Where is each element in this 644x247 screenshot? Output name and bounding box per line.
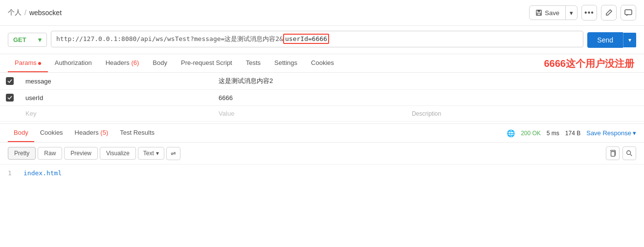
tab-authorization-label: Authorization — [55, 59, 92, 66]
save-button-group: Save ▾ — [529, 5, 577, 20]
send-dropdown-button[interactable]: ▾ — [623, 33, 636, 47]
tab-settings[interactable]: Settings — [267, 54, 304, 72]
format-pretty-button[interactable]: Pretty — [8, 147, 36, 160]
search-icon — [626, 150, 633, 157]
tab-cookies-label: Cookies — [311, 59, 334, 66]
send-chevron-icon: ▾ — [628, 37, 631, 43]
tab-body-label: Body — [153, 59, 167, 66]
format-raw-button[interactable]: Raw — [38, 147, 62, 160]
row1-value[interactable]: 这是测试消息内容2 — [213, 73, 406, 90]
tab-params[interactable]: Params — [8, 54, 48, 72]
tab-tests-label: Tests — [246, 59, 261, 66]
tab-tests[interactable]: Tests — [239, 54, 267, 72]
line-number-1: 1 — [8, 169, 16, 177]
url-display[interactable]: http://127.0.0.1:8080/api/ws/wsTest?mess… — [51, 31, 583, 47]
svg-point-5 — [627, 151, 631, 155]
save-response-chevron: ▾ — [633, 129, 636, 137]
row1-checkbox-cell — [0, 73, 20, 90]
row2-key[interactable]: userId — [20, 90, 213, 106]
response-tabs: Body Cookies Headers (5) Test Results — [8, 124, 160, 142]
tab-body[interactable]: Body — [146, 54, 174, 72]
breadcrumb-personal: 个人 — [8, 8, 22, 17]
row1-description[interactable] — [406, 73, 644, 90]
tab-authorization[interactable]: Authorization — [48, 54, 99, 72]
search-button[interactable] — [622, 146, 636, 160]
tab-settings-label: Settings — [274, 59, 297, 66]
save-icon — [535, 9, 542, 16]
empty-desc-cell[interactable]: Description — [406, 106, 644, 122]
url-normal-part: http://127.0.0.1:8080/api/ws/wsTest?mess… — [56, 35, 283, 42]
row2-checked-icon — [6, 94, 14, 102]
wrap-icon: ⇌ — [171, 150, 176, 157]
response-tab-headers[interactable]: Headers (5) — [69, 124, 114, 142]
row2-description[interactable] — [406, 90, 644, 106]
response-body-label: Body — [14, 129, 28, 136]
response-status-bar: 🌐 200 OK 5 ms 174 B Save Response ▾ — [507, 129, 636, 137]
wrap-button[interactable]: ⇌ — [166, 147, 180, 160]
svg-rect-2 — [537, 13, 541, 15]
copy-button[interactable] — [606, 146, 620, 160]
url-input-wrap[interactable]: http://127.0.0.1:8080/api/ws/wsTest?mess… — [51, 31, 583, 49]
response-tab-test-results[interactable]: Test Results — [114, 124, 160, 142]
tab-pre-request[interactable]: Pre-request Script — [174, 54, 239, 72]
tab-params-label: Params — [15, 59, 37, 66]
params-table: message 这是测试消息内容2 userId — [0, 73, 644, 122]
tab-cookies[interactable]: Cookies — [304, 54, 341, 72]
header-actions: Save ▾ ••• — [529, 5, 636, 21]
status-badge: 200 OK — [521, 130, 541, 137]
code-content-1: index.html — [23, 169, 62, 177]
response-size: 174 B — [565, 130, 580, 137]
app-header: 个人 / websocket Save ▾ ••• — [0, 0, 644, 26]
format-preview-button[interactable]: Preview — [64, 147, 98, 160]
save-response-button[interactable]: Save Response ▾ — [586, 129, 636, 137]
dots-icon: ••• — [584, 8, 594, 17]
format-visualize-button[interactable]: Visualize — [100, 147, 136, 160]
response-test-results-label: Test Results — [120, 129, 155, 136]
svg-line-6 — [630, 154, 632, 156]
method-dropdown[interactable]: GET ▾ — [8, 33, 47, 47]
row1-key[interactable]: message — [20, 73, 213, 90]
value-placeholder: Value — [219, 110, 234, 117]
response-time: 5 ms — [547, 130, 559, 137]
svg-rect-4 — [611, 152, 615, 157]
format-chevron-icon: ▾ — [156, 150, 159, 157]
row1-checked-icon — [6, 77, 14, 85]
empty-value-cell[interactable]: Value — [213, 106, 406, 122]
row1-checkbox[interactable] — [6, 77, 14, 85]
code-line-1: 1 index.html — [8, 169, 636, 177]
format-bar: Pretty Raw Preview Visualize Text ▾ ⇌ — [0, 143, 644, 165]
edit-button[interactable] — [601, 5, 617, 21]
save-dropdown-button[interactable]: ▾ — [566, 6, 577, 20]
format-type-select[interactable]: Text ▾ — [138, 147, 164, 160]
response-section: Body Cookies Headers (5) Test Results 🌐 … — [0, 124, 644, 182]
response-headers-label: Headers — [75, 129, 101, 136]
svg-rect-1 — [538, 10, 540, 12]
desc-placeholder: Description — [412, 110, 441, 117]
request-tabs: Params Authorization Headers (6) Body Pr… — [0, 54, 644, 73]
response-tab-cookies[interactable]: Cookies — [34, 124, 69, 142]
row2-value-text: 6666 — [219, 94, 233, 102]
row2-value[interactable]: 6666 — [213, 90, 406, 106]
save-button[interactable]: Save — [530, 6, 565, 20]
more-options-button[interactable]: ••• — [581, 5, 597, 21]
row2-checkbox[interactable] — [6, 94, 14, 102]
row1-key-value: message — [25, 78, 51, 85]
table-row: userId 6666 — [0, 90, 644, 106]
response-tab-body[interactable]: Body — [8, 124, 34, 142]
breadcrumb-sep: / — [24, 9, 26, 17]
save-label: Save — [545, 9, 559, 17]
empty-key-cell[interactable]: Key — [20, 106, 213, 122]
table-row: message 这是测试消息内容2 — [0, 73, 644, 90]
format-type-label: Text — [143, 150, 154, 157]
method-chevron-icon: ▾ — [38, 36, 42, 43]
comment-button[interactable] — [621, 5, 636, 21]
headers-count: (6) — [131, 59, 139, 66]
response-cookies-label: Cookies — [40, 129, 63, 136]
row2-checkbox-cell — [0, 90, 20, 106]
table-empty-row: Key Value Description — [0, 106, 644, 122]
send-button[interactable]: Send — [587, 32, 623, 48]
response-code-area: 1 index.html — [0, 165, 644, 182]
row2-key-value: userId — [25, 94, 43, 102]
params-dot — [38, 62, 41, 65]
tab-headers[interactable]: Headers (6) — [99, 54, 146, 72]
